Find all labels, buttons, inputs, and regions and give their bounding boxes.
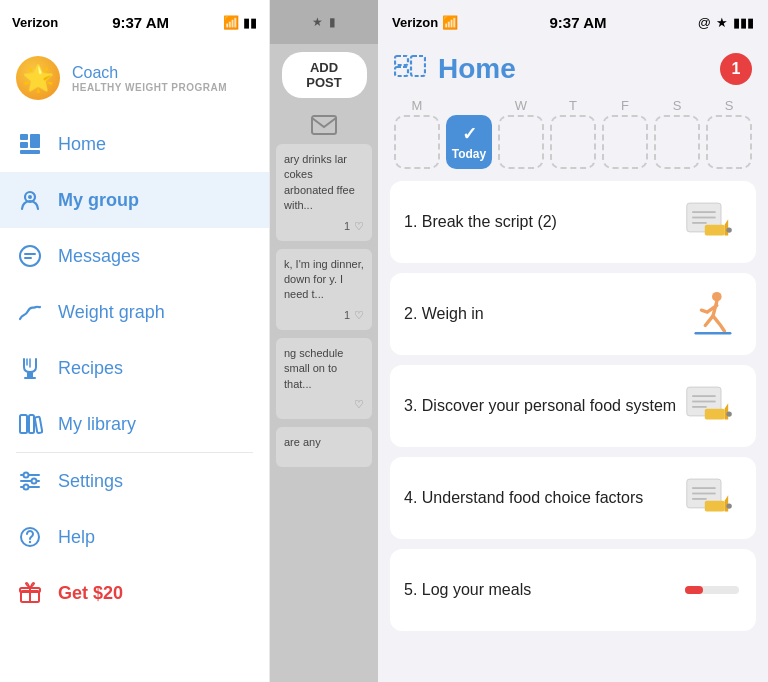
feed-item-3-text: ng schedule small on to that... — [284, 346, 364, 392]
svg-rect-10 — [35, 417, 43, 434]
notification-badge[interactable]: 1 — [720, 53, 752, 85]
svg-point-15 — [32, 479, 37, 484]
feed-panel: ★ ▮ ADD POST ary drinks lar cokes arbona… — [270, 0, 378, 682]
task-5[interactable]: 5. Log your meals — [390, 549, 756, 631]
task-3-title: 3. Discover your personal food system — [404, 395, 682, 417]
home-status-bar: Verizon 📶 9:37 AM @ ★ ▮▮▮ — [378, 0, 768, 44]
sidebar-label-recipes: Recipes — [58, 358, 123, 379]
sidebar-label-my-library: My library — [58, 414, 136, 435]
svg-rect-2 — [30, 134, 40, 148]
heart-icon-3[interactable]: ♡ — [354, 398, 364, 411]
day-saturday-label: S — [673, 98, 682, 113]
day-friday-label: F — [621, 98, 629, 113]
gift-icon — [16, 579, 44, 607]
task-4-title: 4. Understand food choice factors — [404, 487, 682, 509]
task-2-title: 2. Weigh in — [404, 303, 682, 325]
day-thursday[interactable]: T — [550, 98, 596, 169]
home-panel-title: Home — [438, 53, 516, 85]
task-1-title: 1. Break the script (2) — [404, 211, 682, 233]
day-wednesday-box[interactable] — [498, 115, 544, 169]
day-wednesday-label: W — [515, 98, 527, 113]
sidebar-label-weight-graph: Weight graph — [58, 302, 165, 323]
recipes-icon — [16, 354, 44, 382]
day-thursday-label: T — [569, 98, 577, 113]
sidebar-label-home: Home — [58, 134, 106, 155]
coach-avatar: 🌟 — [16, 56, 60, 100]
group-icon — [16, 186, 44, 214]
sidebar-label-get20: Get $20 — [58, 583, 123, 604]
svg-point-6 — [20, 246, 40, 266]
task-2[interactable]: 2. Weigh in — [390, 273, 756, 355]
day-friday-box[interactable] — [602, 115, 648, 169]
svg-rect-29 — [705, 225, 725, 236]
svg-rect-9 — [29, 415, 34, 433]
day-monday[interactable]: M — [394, 98, 440, 169]
svg-rect-0 — [20, 134, 28, 140]
day-today-box[interactable]: ✓ Today — [446, 115, 492, 169]
wifi-icon: 📶 — [223, 15, 239, 30]
wifi-icon-right: 📶 — [442, 15, 458, 30]
time-right: 9:37 AM — [550, 14, 607, 31]
svg-rect-49 — [685, 586, 703, 594]
task-3[interactable]: 3. Discover your personal food system — [390, 365, 756, 447]
feed-item-1: ary drinks lar cokes arbonated ffee with… — [276, 144, 372, 241]
status-bar-left: Verizon 9:37 AM 📶 ▮▮ — [0, 0, 269, 44]
today-check-icon: ✓ — [462, 123, 477, 145]
mail-icon — [270, 106, 378, 140]
heart-icon-1[interactable]: ♡ — [354, 220, 364, 233]
svg-rect-23 — [395, 67, 408, 76]
sidebar-item-my-group[interactable]: My group — [0, 172, 269, 228]
sidebar-item-weight-graph[interactable]: Weight graph — [0, 284, 269, 340]
svg-point-14 — [24, 473, 29, 478]
home-panel: Verizon 📶 9:37 AM @ ★ ▮▮▮ Home 1 M — [378, 0, 768, 682]
task-4-image — [682, 473, 742, 523]
svg-point-16 — [24, 485, 29, 490]
sidebar-item-help[interactable]: Help — [0, 509, 269, 565]
feed-item-2: k, I'm ing dinner, down for y. I need t.… — [276, 249, 372, 330]
bluetooth-icon: ★ — [312, 15, 323, 29]
feed-item-2-footer: 1 ♡ — [284, 309, 364, 322]
feed-item-3-footer: ♡ — [284, 398, 364, 411]
feed-item-2-likes: 1 — [344, 309, 350, 321]
at-icon: @ — [698, 15, 711, 30]
library-icon — [16, 410, 44, 438]
task-3-image — [682, 381, 742, 431]
coach-header: 🌟 Coach HEALTHY WEIGHT PROGRAM — [0, 44, 269, 116]
svg-point-5 — [28, 195, 32, 199]
sidebar-item-settings[interactable]: Settings — [0, 453, 269, 509]
home-status-right: @ ★ ▮▮▮ — [698, 15, 754, 30]
carrier-right: Verizon — [392, 15, 438, 30]
task-2-image — [682, 289, 742, 339]
day-thursday-box[interactable] — [550, 115, 596, 169]
day-wednesday[interactable]: W — [498, 98, 544, 169]
day-monday-box[interactable] — [394, 115, 440, 169]
sidebar-item-home[interactable]: Home — [0, 116, 269, 172]
sidebar-label-settings: Settings — [58, 471, 123, 492]
heart-icon-2[interactable]: ♡ — [354, 309, 364, 322]
day-sunday-box[interactable] — [706, 115, 752, 169]
task-1[interactable]: 1. Break the script (2) — [390, 181, 756, 263]
svg-point-47 — [726, 503, 731, 508]
carrier-left: Verizon — [12, 15, 58, 30]
svg-rect-8 — [20, 415, 27, 433]
add-post-button[interactable]: ADD POST — [282, 52, 367, 98]
sidebar-item-recipes[interactable]: Recipes — [0, 340, 269, 396]
day-sunday[interactable]: S — [706, 98, 752, 169]
coach-info: Coach HEALTHY WEIGHT PROGRAM — [72, 64, 227, 93]
day-today[interactable]: ✓ Today — [446, 115, 492, 169]
sidebar-item-messages[interactable]: Messages — [0, 228, 269, 284]
time-left: 9:37 AM — [112, 14, 169, 31]
svg-rect-45 — [705, 501, 725, 512]
feed-status-bar: ★ ▮ — [270, 0, 378, 44]
day-saturday[interactable]: S — [654, 98, 700, 169]
day-picker: M ✓ Today W T F S S — [378, 98, 768, 181]
sidebar-item-my-library[interactable]: My library — [0, 396, 269, 452]
day-friday[interactable]: F — [602, 98, 648, 169]
weight-graph-icon — [16, 298, 44, 326]
coach-name: Coach — [72, 64, 227, 82]
task-4[interactable]: 4. Understand food choice factors — [390, 457, 756, 539]
battery-icon: ▮▮ — [243, 15, 257, 30]
day-saturday-box[interactable] — [654, 115, 700, 169]
sidebar-item-get20[interactable]: Get $20 — [0, 565, 269, 621]
feed-item-4: are any — [276, 427, 372, 467]
